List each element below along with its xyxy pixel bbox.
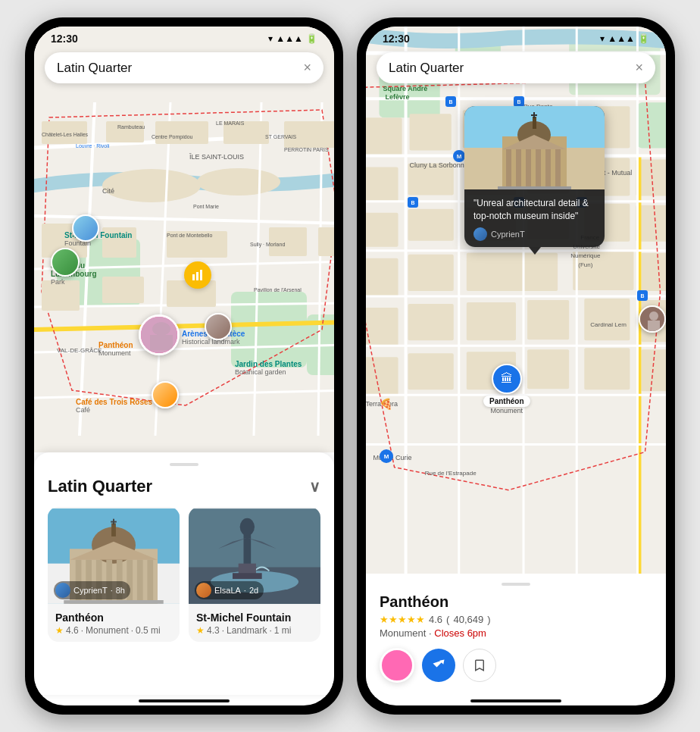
pantheon-pin-circle[interactable]: 🏛: [492, 364, 522, 394]
battery-icon: 🔋: [306, 33, 317, 44]
map-pin-stats[interactable]: [184, 261, 211, 289]
home-indicator-left: [139, 699, 230, 702]
search-value-right: Latin Quarter: [389, 61, 464, 76]
svg-point-160: [649, 311, 658, 321]
bus-icon-3: B: [408, 197, 418, 208]
svg-rect-103: [408, 304, 454, 340]
navigate-button[interactable]: [422, 649, 455, 682]
svg-rect-48: [196, 272, 198, 280]
bookmark-button[interactable]: [463, 649, 496, 682]
map-pin-cafe[interactable]: [152, 381, 179, 408]
card-username-pantheon: CyprienT: [73, 586, 108, 595]
svg-rect-81: [410, 114, 452, 150]
svg-text:Pont Marie: Pont Marie: [193, 204, 219, 209]
svg-rect-46: [150, 335, 173, 350]
svg-rect-150: [531, 114, 537, 116]
card-fountain[interactable]: ElsaLA · 2d St-Michel Fountain ★ 4.3 · L…: [189, 507, 320, 642]
wifi-icon-r: ▾: [600, 33, 605, 44]
map-pin-luxembourg[interactable]: [51, 248, 80, 277]
svg-text:Centre Pompidou: Centre Pompidou: [152, 134, 193, 140]
pant-pink-bubble: [380, 648, 414, 683]
svg-point-1: [197, 168, 280, 196]
svg-text:VAL-DE-GRÂCE: VAL-DE-GRÂCE: [57, 347, 102, 354]
card-meta-pantheon: ★ 4.6 · Monument · 0.5 mi: [55, 625, 172, 636]
pant-handle: [502, 583, 530, 586]
svg-rect-101: [641, 253, 666, 291]
bottom-sheet-left: Latin Quarter ∨: [34, 452, 334, 695]
svg-rect-156: [555, 148, 561, 189]
card-name-fountain: St-Michel Fountain: [196, 612, 313, 624]
svg-rect-26: [318, 227, 334, 256]
chevron-down-icon[interactable]: ∨: [309, 477, 320, 496]
card-username-fountain: ElsaLA: [214, 586, 241, 595]
map-left[interactable]: ÎLE SAINT-LOUIS Cité VAL-DE-GRÂCE Châtel…: [34, 27, 334, 452]
svg-text:Square André: Square André: [383, 85, 428, 92]
popup-user: CyprienT: [473, 227, 595, 241]
svg-text:(Fun): (Fun): [578, 261, 592, 268]
close-search-right[interactable]: ×: [635, 60, 643, 76]
svg-rect-97: [366, 258, 398, 296]
terra-nera-icon: 🍕: [380, 398, 392, 410]
svg-text:Sully · Morland: Sully · Morland: [250, 242, 285, 248]
svg-rect-85: [366, 167, 398, 202]
svg-point-2: [102, 169, 201, 202]
map-label-jardins-plantes: Jardin des Plantes Botanical garden: [235, 360, 302, 376]
pantheon-map-pin[interactable]: 🏛 Panthéon Monument: [483, 364, 530, 414]
card-timeago-fountain: ·: [244, 586, 246, 595]
wifi-icon: ▾: [268, 33, 273, 44]
popup-quote: "Unreal architectural detail & top-notch…: [464, 189, 605, 247]
pant-closes: Closes 6pm: [434, 627, 486, 639]
map-popup-pantheon: "Unreal architectural detail & top-notch…: [464, 106, 605, 255]
svg-rect-106: [584, 299, 630, 340]
card-pantheon[interactable]: CyprienT · 8h Panthéon ★ 4.6 · Monument: [48, 507, 180, 642]
map-pin-fountain[interactable]: [72, 214, 99, 242]
map-pin-arenes[interactable]: [205, 313, 232, 340]
svg-point-71: [240, 518, 255, 536]
bus-icon-6: B: [637, 290, 648, 301]
map-right[interactable]: Square André Lefèvre Cluny La Sorbonne M…: [366, 27, 666, 574]
home-indicator-right: [470, 699, 561, 702]
map-label-pantheon: Panthéon Monument: [98, 341, 133, 357]
svg-text:Cluny La Sorbonne: Cluny La Sorbonne: [410, 161, 468, 169]
star-icon-fountain: ★: [196, 625, 205, 636]
svg-rect-55: [111, 524, 116, 536]
svg-rect-65: [147, 560, 153, 600]
svg-text:Pavillon de l'Arsenal: Pavillon de l'Arsenal: [254, 287, 302, 292]
pantheon-pin-label: Panthéon: [483, 396, 530, 407]
svg-rect-57: [111, 521, 117, 523]
pant-rating-value: 4.6: [429, 614, 442, 625]
pant-review-count: (: [446, 614, 449, 625]
signal-icon-r: ▲▲▲: [608, 33, 635, 44]
map-pin-pantheon-selected[interactable]: [139, 314, 180, 355]
svg-rect-67: [64, 600, 163, 604]
status-bar-right: 12:30 ▾ ▲▲▲ 🔋: [366, 27, 666, 48]
svg-rect-105: [527, 300, 569, 339]
pant-meta: Monument · Closes 6pm: [380, 627, 652, 639]
svg-text:Rambuteau: Rambuteau: [117, 124, 145, 130]
svg-text:Cardinal Lem: Cardinal Lem: [590, 321, 627, 328]
pant-action-buttons: [380, 648, 652, 683]
svg-rect-113: [641, 349, 666, 391]
svg-rect-79: [637, 102, 666, 148]
close-search-left[interactable]: ×: [303, 60, 311, 76]
search-value-left: Latin Quarter: [57, 61, 132, 76]
svg-rect-91: [366, 213, 398, 247]
card-user-badge-pantheon: CyprienT · 8h: [54, 581, 130, 599]
card-meta-fountain: ★ 4.3 · Landmark · 1 mi: [196, 625, 313, 636]
time-right: 12:30: [383, 33, 410, 45]
search-bar-left[interactable]: Latin Quarter ×: [45, 52, 323, 83]
card-name-pantheon: Panthéon: [55, 612, 172, 624]
svg-rect-108: [366, 357, 398, 395]
card-time-pantheon: ·: [111, 586, 113, 595]
status-icons-right: ▾ ▲▲▲ 🔋: [600, 33, 649, 44]
svg-rect-19: [155, 121, 208, 144]
svg-rect-104: [467, 302, 516, 340]
svg-rect-70: [244, 530, 252, 567]
battery-icon-r: 🔋: [638, 33, 649, 44]
svg-rect-161: [648, 321, 660, 333]
svg-rect-98: [408, 255, 454, 291]
svg-rect-73: [239, 564, 256, 575]
search-bar-right[interactable]: Latin Quarter ×: [377, 52, 655, 83]
svg-rect-49: [200, 270, 202, 280]
time-left: 12:30: [51, 33, 78, 45]
